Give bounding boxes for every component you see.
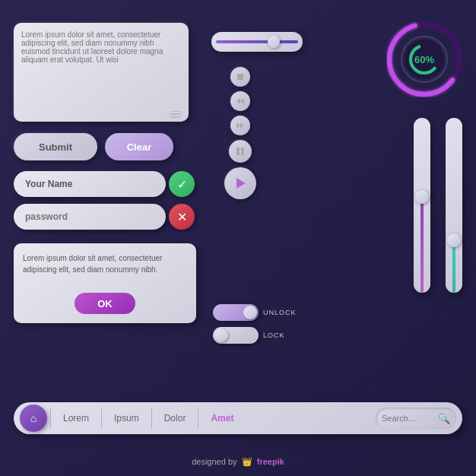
svg-marker-7 [240, 122, 244, 129]
dialog-text: Lorem ipsum dolor sit amet, consectetuer… [23, 252, 187, 275]
rewind-button[interactable] [230, 91, 250, 111]
unlock-knob [243, 306, 257, 319]
toggle-switches: UNLOCK LOCK [213, 304, 297, 344]
main-container: Submit Clear ✓ ✕ Lorem ipsum dolor sit a… [0, 0, 476, 476]
vertical-slider-2[interactable] [446, 118, 462, 293]
slider-thumb-2[interactable] [447, 233, 461, 247]
nav-divider-3 [151, 408, 152, 429]
dialog-box: Lorem ipsum dolor sit amet, consectetuer… [14, 243, 196, 323]
clear-button[interactable]: Clear [105, 133, 173, 160]
media-controls [224, 67, 256, 199]
resize-corner [170, 108, 182, 116]
slider-thumb[interactable] [268, 36, 280, 48]
nav-item-lorem[interactable]: Lorem [54, 413, 98, 424]
svg-rect-3 [237, 74, 243, 80]
progress-text: 60% [414, 54, 434, 65]
nav-item-amet[interactable]: Amet [202, 413, 243, 424]
slider-track [216, 40, 298, 43]
slider-fill-2 [452, 240, 455, 293]
svg-marker-4 [240, 98, 244, 104]
submit-button[interactable]: Submit [14, 133, 97, 160]
cross-icon: ✕ [169, 204, 195, 230]
nav-search: 🔍 [376, 408, 456, 429]
svg-rect-9 [241, 148, 244, 155]
unlock-label: UNLOCK [263, 309, 297, 316]
fast-forward-button[interactable] [230, 116, 250, 135]
horizontal-slider[interactable] [211, 32, 303, 52]
lock-label: LOCK [263, 332, 285, 339]
textarea-box [14, 23, 189, 122]
check-icon: ✓ [169, 171, 195, 197]
search-icon[interactable]: 🔍 [438, 413, 450, 424]
stop-button[interactable] [230, 67, 250, 87]
svg-marker-6 [236, 122, 240, 129]
search-input[interactable] [382, 414, 435, 423]
textarea-input[interactable] [21, 30, 181, 114]
nav-divider-1 [50, 408, 51, 429]
lock-knob [214, 328, 228, 342]
slider-fill-1 [420, 197, 424, 294]
unlock-toggle-row: UNLOCK [213, 304, 297, 321]
slider-thumb-1[interactable] [415, 190, 429, 204]
unlock-toggle[interactable] [213, 304, 259, 321]
footer-brand: freepik [257, 457, 284, 466]
nav-home-button[interactable]: ⌂ [20, 405, 47, 432]
svg-rect-8 [236, 148, 240, 155]
nav-divider-4 [198, 408, 198, 429]
svg-marker-5 [236, 98, 240, 104]
circular-progress: 60% [386, 21, 462, 97]
nav-divider-2 [101, 408, 102, 429]
lock-toggle-row: LOCK [213, 327, 297, 344]
password-input[interactable] [14, 204, 166, 230]
vertical-slider-1[interactable] [414, 118, 430, 293]
lock-toggle[interactable] [213, 327, 259, 344]
nav-bar: ⌂ Lorem Ipsum Dolor Amet 🔍 [14, 402, 462, 434]
footer-credit: designed by 👑 freepik [192, 457, 284, 467]
nav-item-dolor[interactable]: Dolor [155, 413, 195, 424]
pause-button[interactable] [229, 140, 252, 163]
vertical-sliders [414, 118, 462, 293]
ok-button[interactable]: OK [75, 293, 135, 314]
play-button[interactable] [224, 167, 256, 199]
footer-designed-by: designed by [192, 457, 236, 466]
svg-marker-10 [236, 178, 246, 189]
nav-item-ipsum[interactable]: Ipsum [105, 413, 148, 424]
name-input[interactable] [14, 171, 166, 197]
